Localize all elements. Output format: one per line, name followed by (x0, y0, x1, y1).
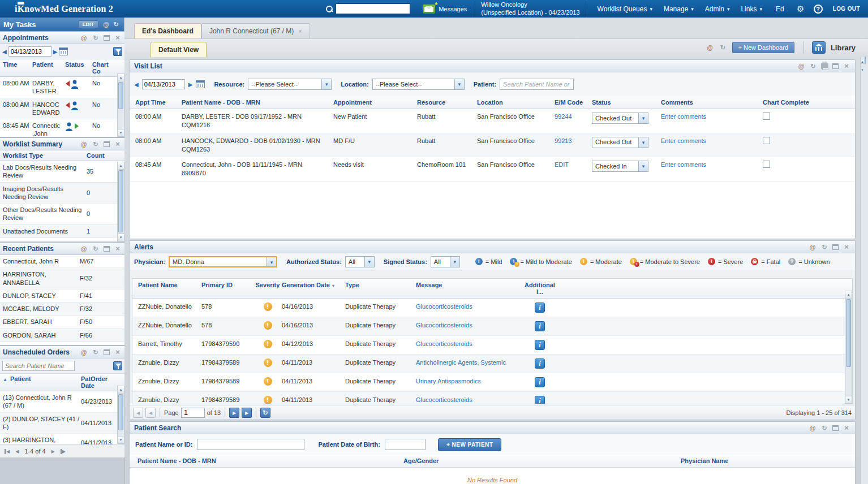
refresh-icon[interactable] (820, 243, 828, 251)
col-em-code[interactable]: E/M Code (555, 99, 592, 106)
visit-row[interactable]: 08:00 AM HANCOCK, EDWARDO - DOB 01/02/19… (130, 133, 855, 158)
col-patient-name[interactable]: Patient Name - DOB - MRN (137, 457, 403, 464)
enter-comments-link[interactable]: Enter comments (661, 137, 706, 144)
calendar-icon[interactable] (59, 47, 68, 55)
col-appt-time[interactable]: Appt Time (135, 99, 182, 106)
scroll-thumb[interactable] (865, 57, 866, 64)
enter-comments-link[interactable]: Enter comments (661, 161, 706, 168)
prev-day-arrow[interactable] (134, 81, 139, 88)
scroll-up-icon[interactable] (845, 291, 852, 299)
worklist-row[interactable]: Lab Docs/Results Needing Review 35 (0, 161, 124, 183)
status-select[interactable]: Checked Out (592, 113, 648, 124)
new-dashboard-button[interactable]: + New Dashboard (732, 42, 794, 53)
scroll-up-icon[interactable] (861, 60, 864, 64)
col-type[interactable]: Type (345, 282, 416, 295)
next-page-icon[interactable] (51, 449, 55, 454)
page-number-input[interactable] (181, 408, 205, 418)
chart-complete-checkbox[interactable] (763, 137, 770, 144)
panel-options-icon[interactable] (80, 348, 88, 356)
alert-row[interactable]: ZZNubie, Donatello 578 04/16/2013 Duplic… (132, 299, 852, 317)
close-icon[interactable] (114, 245, 122, 253)
dashboard-options-icon[interactable] (706, 44, 714, 51)
next-day-arrow[interactable] (188, 81, 193, 88)
enter-comments-link[interactable]: Enter comments (661, 113, 706, 120)
appointment-row[interactable]: 08:00 AM DARBY, LESTER No (0, 77, 124, 98)
col-appointment[interactable]: Appointment (333, 99, 417, 106)
resource-select[interactable]: --Please Select-- (248, 79, 332, 90)
menu-worklist-queues[interactable]: Worklist Queues (598, 5, 652, 13)
col-patient-sorted[interactable]: Patient (3, 375, 81, 389)
alert-row[interactable]: ZZNubie, Donatello 578 04/16/2013 Duplic… (132, 317, 852, 336)
info-icon[interactable] (535, 377, 545, 387)
tasks-options-icon[interactable] (103, 21, 109, 28)
status-select[interactable]: Checked Out (592, 137, 648, 148)
refresh-icon[interactable] (92, 245, 100, 253)
menu-admin[interactable]: Admin (705, 5, 730, 13)
worklist-row[interactable]: Unattached Documents 1 (0, 225, 124, 238)
filter-icon[interactable] (113, 47, 122, 56)
prev-page-icon[interactable] (15, 449, 19, 454)
dob-input[interactable] (385, 439, 426, 450)
user-menu[interactable]: Ed (776, 5, 784, 13)
tab-patient[interactable]: John R Connecticut (67 / M) (201, 23, 310, 38)
library-label[interactable]: Library (831, 44, 856, 52)
maximize-icon[interactable] (832, 425, 839, 431)
appointment-row[interactable]: 08:45 AM Connectic ,John No (0, 119, 124, 137)
col-chart-complete[interactable]: Chart Complete (758, 99, 855, 106)
worklist-scrollbar[interactable] (117, 162, 124, 241)
appointments-date-input[interactable] (8, 46, 51, 57)
alert-row[interactable]: Zznubie, Dizzy 17984379589 04/11/2013 Du… (132, 373, 852, 392)
chart-complete-checkbox[interactable] (763, 161, 770, 168)
last-page-button[interactable] (242, 408, 252, 418)
col-patient-name[interactable]: Patient Name - DOB - MRN (182, 99, 333, 106)
alert-message-link[interactable]: Urinary Antispasmodics (416, 378, 481, 384)
dashboard-refresh-icon[interactable] (719, 44, 727, 51)
tasks-refresh-icon[interactable] (114, 21, 119, 28)
logout-button[interactable]: LOG OUT (833, 6, 860, 12)
maximize-icon[interactable] (104, 35, 110, 41)
em-code-link[interactable]: 99213 (555, 137, 572, 144)
scroll-thumb[interactable] (118, 394, 123, 430)
appointments-scrollbar[interactable] (117, 74, 124, 137)
col-generation-date-sorted[interactable]: Generation Date (282, 282, 345, 295)
maximize-icon[interactable] (832, 244, 839, 250)
appointment-row[interactable]: 08:00 AM HANCOC EDWARD No (0, 98, 124, 120)
tab-dashboard[interactable]: Ed's Dashboard (134, 23, 201, 38)
signed-status-select[interactable]: All (431, 256, 460, 267)
alert-row[interactable]: Barrett, Timothy 17984379590 04/12/2013 … (132, 336, 852, 355)
close-icon[interactable] (843, 424, 850, 432)
prev-page-button[interactable] (145, 408, 156, 418)
chart-complete-checkbox[interactable] (763, 113, 770, 120)
alert-message-link[interactable]: Glucocorticosteroids (416, 340, 472, 347)
col-chart-complete[interactable]: Chart Co (92, 61, 115, 75)
alert-row[interactable]: Zznubie, Dizzy 17984379589 04/11/2013 Du… (132, 355, 852, 373)
col-patient-name[interactable]: Patient Name (138, 282, 201, 295)
menu-manage[interactable]: Manage (664, 5, 694, 13)
visit-row[interactable]: 08:00 AM DARBY, LESTER - DOB 09/17/1952 … (130, 109, 855, 133)
refresh-icon[interactable] (92, 34, 100, 42)
close-icon[interactable] (114, 34, 122, 42)
col-physician-name[interactable]: Physician Name (681, 457, 855, 464)
col-count[interactable]: Count (87, 152, 109, 159)
refresh-icon[interactable] (809, 62, 817, 70)
visit-row[interactable]: 08:45 AM Connecticut, John - DOB 11/11/1… (130, 157, 855, 182)
alert-message-link[interactable]: Glucocorticosteroids (416, 303, 472, 310)
alert-row[interactable]: Zznubie, Dizzy 17984379589 04/11/2013 Du… (132, 392, 852, 404)
col-patient[interactable]: Patient (32, 61, 65, 75)
col-worklist-type[interactable]: Worklist Type (3, 152, 87, 159)
em-code-link[interactable]: 99244 (555, 113, 572, 120)
worklist-row[interactable]: Other Docs/Results Needing Review 0 (0, 204, 124, 225)
location-select[interactable]: --Please Select-- (372, 79, 465, 90)
scroll-thumb[interactable] (118, 82, 123, 109)
edit-tasks-button[interactable]: EDIT (78, 20, 99, 28)
panel-options-icon[interactable] (80, 140, 88, 148)
filter-icon[interactable] (113, 361, 122, 370)
refresh-page-button[interactable] (260, 408, 270, 418)
maximize-icon[interactable] (832, 63, 839, 69)
col-location[interactable]: Location (477, 99, 555, 106)
alert-message-link[interactable]: Anticholinergic Agents, Systemic (416, 359, 506, 366)
practice-location-selector[interactable]: Willow Oncology (Unspecified Location) -… (475, 1, 586, 18)
status-select[interactable]: Checked In (592, 161, 648, 172)
scroll-thumb[interactable] (118, 170, 123, 232)
scroll-down-icon[interactable] (861, 68, 864, 72)
